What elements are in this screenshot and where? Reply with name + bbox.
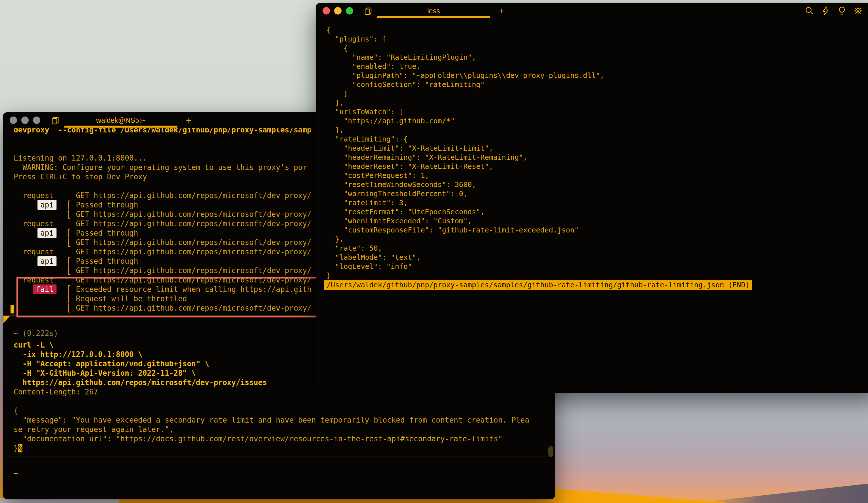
zoom-button[interactable] [33,117,40,124]
traffic-lights [10,117,40,124]
terminal-line: ], [327,98,868,108]
terminal-line: "configSection": "rateLimiting" [327,80,868,89]
terminal-line: "enabled": true, [327,62,868,71]
terminal-line: "headerRemaining": "X-RateLimit-Remainin… [327,153,868,162]
terminal-line: { [327,44,868,53]
terminal-line: "resetFormat": "UtcEpochSeconds", [327,208,868,217]
front-titlebar[interactable]: less + [316,3,868,19]
tabs-overview-icon[interactable] [51,115,60,125]
terminal-cursor [11,305,14,313]
tab-title: waldek@NS5:~ [96,116,145,124]
tab-less[interactable]: less [377,3,490,19]
terminal-line: "rateLimiting": { [327,135,868,144]
scrollbar-thumb[interactable] [548,446,554,457]
terminal-line: "rate": 50, [327,244,868,253]
terminal-line: se retry your request again later.", [14,425,544,434]
less-status-line: /Users/waldek/github/pnp/proxy-samples/s… [324,280,752,290]
terminal-line: "headerReset": "X-RateLimit-Reset", [327,162,868,171]
terminal-line: { [14,406,544,415]
terminal-line [14,397,544,406]
titlebar-actions [805,6,863,16]
terminal-line: "message": "You have exceeded a secondar… [14,415,544,425]
minimize-button[interactable] [334,7,342,14]
tab-waldek-ns5[interactable]: waldek@NS5:~ [64,112,177,128]
wallpaper-right-column [554,392,868,503]
close-button[interactable] [322,7,330,14]
terminal-line: "plugins": [ [327,35,868,44]
tabs-overview-icon[interactable] [363,6,373,16]
gear-icon[interactable] [853,6,863,16]
search-icon[interactable] [805,6,814,16]
bulb-icon[interactable] [837,6,847,16]
terminal-line: } [327,89,868,98]
prompt-block: ~ [14,469,544,478]
wallpaper-mountain [704,480,868,503]
terminal-line: "headerLimit": "X-RateLimit-Limit", [327,144,868,153]
terminal-window-front: less + [316,3,868,393]
tab-title: less [427,7,440,15]
less-file-view: { "plugins": [ { "name": "RateLimitingPl… [327,26,868,280]
zoom-button[interactable] [346,7,353,14]
terminal-line: "whenLimitExceeded": "Custom", [327,217,868,225]
active-tab-underline [377,16,490,18]
terminal-line: "rateLimit": 3, [327,198,868,208]
terminal-line: "labelMode": "text", [327,253,868,262]
terminal-line: } [327,271,868,280]
terminal-line: { [327,26,868,35]
new-tab-button[interactable]: + [186,113,192,127]
active-tab-underline [64,125,177,128]
minimize-button[interactable] [21,117,29,124]
terminal-line: "pluginPath": "~appFolder\\plugins\\dev-… [327,71,868,80]
terminal-line: "resetTimeWindowSeconds": 3600, [327,180,868,189]
new-tab-button[interactable]: + [499,4,505,18]
terminal-line: "name": "RateLimitingPlugin", [327,53,868,62]
terminal-line: "customResponseFile": "github-rate-limit… [327,225,868,235]
terminal-line: }% [14,444,544,453]
wallpaper-dune [554,483,730,503]
terminal-line: "documentation_url": "https://docs.githu… [14,434,544,444]
terminal-line: "warningThresholdPercent": 0, [327,189,868,198]
close-button[interactable] [10,117,17,124]
block-divider [3,456,555,456]
front-terminal-content: { "plugins": [ { "name": "RateLimitingPl… [316,19,868,393]
terminal-line: }, [327,235,868,244]
terminal-line: "https://api.github.com/*" [327,117,868,125]
terminal-line: ~ [14,469,544,478]
traffic-lights [322,7,353,14]
terminal-line: "urlsToWatch": [ [327,108,868,117]
lightning-icon[interactable] [821,6,830,16]
terminal-line: "costPerRequest": 1, [327,171,868,180]
terminal-line: "logLevel": "info" [327,262,868,271]
desktop: { "desktop": { "wallpaper_top_color": "#… [0,0,868,503]
terminal-line: ], [327,125,868,135]
